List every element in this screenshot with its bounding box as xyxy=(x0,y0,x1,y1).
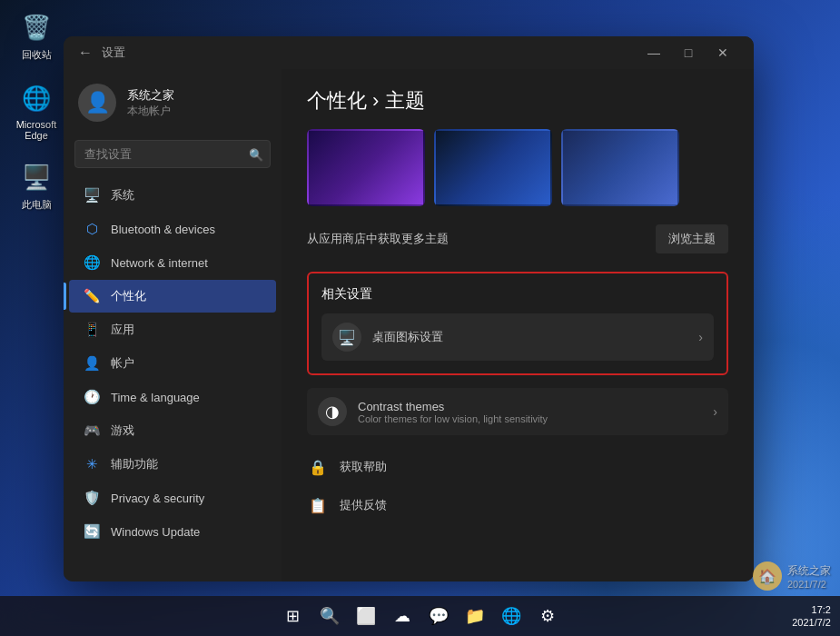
title-bar: ← 设置 — □ ✕ xyxy=(64,36,754,69)
bluetooth-label: Bluetooth & devices xyxy=(111,223,215,236)
start-button[interactable]: ⊞ xyxy=(277,600,310,632)
recycle-bin-image: 🗑️ xyxy=(18,9,54,45)
theme-thumb-2[interactable] xyxy=(434,129,552,206)
desktop-icons: 🗑️ 回收站 🌐 Microsoft Edge 🖥️ 此电脑 xyxy=(9,9,64,212)
user-type: 本地帐户 xyxy=(127,104,174,119)
desktop-icons-icon: 🖥️ xyxy=(332,323,361,352)
sidebar-item-gaming[interactable]: 🎮 游戏 xyxy=(69,414,276,447)
from-store: 从应用商店中获取更多主题 浏览主题 xyxy=(307,224,728,253)
sidebar-item-accounts[interactable]: 👤 帐户 xyxy=(69,347,276,380)
edge-desktop-icon[interactable]: 🌐 Microsoft Edge xyxy=(9,80,64,141)
chevron-right-icon: › xyxy=(698,330,703,344)
taskbar-right: 17:2 2021/7/2 xyxy=(792,603,831,630)
time-label: Time & language xyxy=(111,391,200,404)
nav-personalization-wrapper: ✏️ 个性化 xyxy=(64,280,282,313)
gaming-label: 游戏 xyxy=(111,422,134,439)
time-icon: 🕐 xyxy=(84,389,100,405)
desktop-icons-label: 桌面图标设置 xyxy=(372,329,443,345)
theme-thumb-3[interactable] xyxy=(561,129,679,206)
nav-network-wrapper: 🌐 Network & internet xyxy=(64,246,282,279)
feedback-label: 提供反馈 xyxy=(340,497,387,513)
get-help-item[interactable]: 🔒 获取帮助 xyxy=(307,448,728,486)
sidebar-item-update[interactable]: 🔄 Windows Update xyxy=(69,515,276,548)
system-icon: 🖥️ xyxy=(84,187,100,204)
search-box: 🔍 xyxy=(74,140,271,168)
sidebar-item-system[interactable]: 🖥️ 系统 xyxy=(69,179,276,212)
active-indicator xyxy=(64,283,66,310)
watermark-info: 系统之家 2021/7/2 xyxy=(787,563,831,590)
apps-icon: 📱 xyxy=(84,322,100,338)
user-info: 系统之家 本地帐户 xyxy=(127,87,174,119)
related-settings-title: 相关设置 xyxy=(321,286,714,303)
sidebar-item-bluetooth[interactable]: ⬡ Bluetooth & devices xyxy=(69,213,276,245)
sidebar: 👤 系统之家 本地帐户 🔍 🖥️ 系统 xyxy=(64,69,282,581)
accessibility-icon: ✳ xyxy=(84,456,100,472)
browse-themes-button[interactable]: 浏览主题 xyxy=(656,224,728,253)
update-label: Windows Update xyxy=(111,525,200,539)
recycle-bin-icon[interactable]: 🗑️ 回收站 xyxy=(9,9,64,62)
contrast-title: Contrast themes xyxy=(358,400,548,413)
store-text: 从应用商店中获取更多主题 xyxy=(307,231,449,247)
sidebar-item-personalization[interactable]: ✏️ 个性化 xyxy=(69,280,276,313)
system-label: 系统 xyxy=(111,187,134,204)
watermark-name: 系统之家 xyxy=(787,563,831,579)
nav-accessibility-wrapper: ✳ 辅助功能 xyxy=(64,448,282,481)
personalization-label: 个性化 xyxy=(111,288,146,304)
related-settings-section: 相关设置 🖥️ 桌面图标设置 › xyxy=(307,272,728,375)
desktop-icons-settings-item[interactable]: 🖥️ 桌面图标设置 › xyxy=(321,313,714,361)
avatar: 👤 xyxy=(78,84,116,122)
taskbar-date-text: 2021/7/2 xyxy=(792,616,831,629)
gaming-icon: 🎮 xyxy=(84,422,100,439)
desktop: 🗑️ 回收站 🌐 Microsoft Edge 🖥️ 此电脑 ← 设置 — □ … xyxy=(0,0,840,636)
watermark: 🏠 系统之家 2021/7/2 xyxy=(753,561,831,591)
contrast-themes-item[interactable]: ◑ Contrast themes Color themes for low v… xyxy=(307,388,728,435)
sidebar-item-network[interactable]: 🌐 Network & internet xyxy=(69,246,276,279)
network-label: Network & internet xyxy=(111,256,208,270)
feedback-item[interactable]: 📋 提供反馈 xyxy=(307,486,728,524)
nav-system-wrapper: 🖥️ 系统 xyxy=(64,179,282,212)
task-view-button[interactable]: ⬜ xyxy=(350,600,382,632)
theme-thumb-1[interactable] xyxy=(307,129,425,206)
sidebar-item-privacy[interactable]: 🛡️ Privacy & security xyxy=(69,482,276,514)
window-title: 设置 xyxy=(102,45,637,61)
sidebar-item-time[interactable]: 🕐 Time & language xyxy=(69,381,276,413)
taskbar-clock: 17:2 2021/7/2 xyxy=(792,603,831,630)
maximize-button[interactable]: □ xyxy=(672,40,705,65)
nav-gaming-wrapper: 🎮 游戏 xyxy=(64,414,282,447)
sidebar-item-accessibility[interactable]: ✳ 辅助功能 xyxy=(69,448,276,481)
feedback-icon: 📋 xyxy=(307,494,329,516)
explorer-taskbar-button[interactable]: 📁 xyxy=(459,600,491,632)
minimize-button[interactable]: — xyxy=(637,40,670,65)
accessibility-label: 辅助功能 xyxy=(111,456,158,472)
this-pc-label: 此电脑 xyxy=(22,198,52,212)
settings-item-left: 🖥️ 桌面图标设置 xyxy=(332,323,443,352)
chat-button[interactable]: 💬 xyxy=(422,600,455,632)
nav-apps-wrapper: 📱 应用 xyxy=(64,313,282,346)
page-title: 个性化 › 主题 xyxy=(307,87,728,114)
sidebar-item-apps[interactable]: 📱 应用 xyxy=(69,313,276,346)
search-input[interactable] xyxy=(74,140,271,168)
widgets-button[interactable]: ☁ xyxy=(386,600,419,632)
user-profile[interactable]: 👤 系统之家 本地帐户 xyxy=(64,69,282,136)
this-pc-icon[interactable]: 🖥️ 此电脑 xyxy=(9,159,64,212)
nav-privacy-wrapper: 🛡️ Privacy & security xyxy=(64,482,282,514)
accounts-label: 帐户 xyxy=(111,355,134,372)
nav-time-wrapper: 🕐 Time & language xyxy=(64,381,282,413)
personalization-icon: ✏️ xyxy=(84,288,100,304)
privacy-icon: 🛡️ xyxy=(84,490,100,506)
help-label: 获取帮助 xyxy=(340,459,387,475)
back-button[interactable]: ← xyxy=(78,45,93,61)
recycle-bin-label: 回收站 xyxy=(22,48,52,62)
network-icon: 🌐 xyxy=(84,254,100,271)
search-taskbar-button[interactable]: 🔍 xyxy=(313,600,346,632)
settings-taskbar-button[interactable]: ⚙ xyxy=(531,600,564,632)
contrast-left: ◑ Contrast themes Color themes for low v… xyxy=(318,397,548,426)
theme-grid xyxy=(307,129,728,206)
contrast-texts: Contrast themes Color themes for low vis… xyxy=(358,400,548,424)
apps-label: 应用 xyxy=(111,322,134,338)
window-body: 👤 系统之家 本地帐户 🔍 🖥️ 系统 xyxy=(64,69,754,581)
edge-taskbar-button[interactable]: 🌐 xyxy=(495,600,528,632)
close-button[interactable]: ✕ xyxy=(707,40,739,65)
nav-accounts-wrapper: 👤 帐户 xyxy=(64,347,282,380)
taskbar-time-text: 17:2 xyxy=(792,603,831,616)
